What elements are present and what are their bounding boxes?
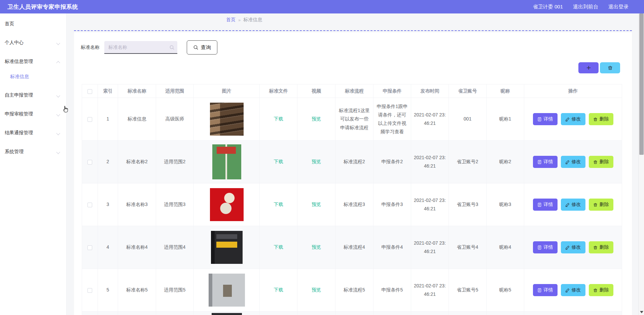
sidebar-item-result-notify-mgmt[interactable]: 结果通报管理 <box>0 125 66 141</box>
delete-button[interactable]: 删除 <box>589 156 613 168</box>
query-button[interactable]: 查询 <box>187 40 217 55</box>
document-icon <box>537 203 542 207</box>
sidebar-item-declare-review-mgmt[interactable]: 申报审核管理 <box>0 106 66 122</box>
col-header: 适用范围 <box>156 84 194 98</box>
select-all-checkbox[interactable] <box>87 89 92 94</box>
sidebar-subitem-standard-info[interactable]: 标准信息 <box>0 69 66 84</box>
col-select <box>82 84 98 98</box>
preview-link[interactable]: 预览 <box>312 116 321 121</box>
detail-button-label: 详情 <box>544 287 553 293</box>
preview-link[interactable]: 预览 <box>312 202 321 207</box>
exit-to-front-link[interactable]: 退出到前台 <box>573 4 598 10</box>
detail-button[interactable]: 详情 <box>533 113 558 125</box>
cell-name <box>118 312 156 315</box>
edit-pencil-icon <box>565 203 570 207</box>
delete-button-label: 删除 <box>600 116 609 122</box>
detail-button-label: 详情 <box>544 244 553 250</box>
preview-link[interactable]: 预览 <box>312 244 321 250</box>
edit-button-label: 修改 <box>572 159 581 165</box>
row-checkbox[interactable] <box>87 203 92 207</box>
cell-nickname: 昵称4 <box>487 226 524 269</box>
row-checkbox[interactable] <box>87 160 92 165</box>
table-row: 1标准信息高级医师下载预览标准流程1这里可以发布一些申请标准流程申报条件1跟申请… <box>82 98 622 141</box>
cell-index: 5 <box>98 269 118 312</box>
row-checkbox[interactable] <box>87 245 92 250</box>
batch-delete-button[interactable] <box>600 62 620 73</box>
chevron-down-icon <box>57 41 60 44</box>
edit-button-label: 修改 <box>572 116 581 122</box>
sidebar-item-home[interactable]: 首页 <box>0 16 66 32</box>
preview-link[interactable]: 预览 <box>312 287 321 292</box>
query-button-label: 查询 <box>201 44 211 51</box>
download-link[interactable]: 下载 <box>274 287 283 292</box>
sidebar-item-label: 个人中心 <box>5 40 24 46</box>
cell-process: 标准流程1这里可以发布一些申请标准流程 <box>335 98 373 141</box>
download-link[interactable]: 下载 <box>274 244 283 250</box>
edit-button[interactable]: 修改 <box>561 199 585 211</box>
edit-button[interactable]: 修改 <box>561 156 585 168</box>
dashed-divider <box>74 30 632 31</box>
detail-button[interactable]: 详情 <box>533 241 558 253</box>
row-checkbox[interactable] <box>87 117 92 122</box>
table-row: 4标准名称4适用范围4下载预览标准流程4申报条件42021-02-07 23:4… <box>82 226 622 269</box>
trash-icon <box>593 117 598 121</box>
sidebar-item-label: 标准信息管理 <box>5 59 33 65</box>
scrollbar-thumb[interactable] <box>639 13 644 155</box>
sidebar-item-system-mgmt[interactable]: 系统管理 <box>0 144 66 160</box>
detail-button-label: 详情 <box>544 202 553 208</box>
sidebar-item-label: 自主申报管理 <box>5 92 33 98</box>
cell-image <box>210 103 244 136</box>
scroll-down-arrow-icon[interactable] <box>640 311 643 313</box>
account-label[interactable]: 省卫计委 001 <box>533 4 563 10</box>
detail-button[interactable]: 详情 <box>533 284 558 296</box>
scrollbar[interactable] <box>638 13 644 315</box>
cell-process: 标准流程4 <box>335 226 373 269</box>
content-card: 标准名称 查询 <box>74 32 632 315</box>
trash-icon <box>593 203 598 207</box>
detail-button[interactable]: 详情 <box>533 199 558 211</box>
cell-name: 标准名称5 <box>118 269 156 312</box>
sidebar-item-personal-center[interactable]: 个人中心 <box>0 35 66 50</box>
breadcrumb: 首页 » 标准信息 <box>226 17 262 23</box>
preview-link[interactable]: 预览 <box>312 159 321 164</box>
delete-button[interactable]: 删除 <box>589 113 613 125</box>
delete-button-label: 删除 <box>600 244 609 250</box>
sidebar-item-label: 结果通报管理 <box>5 130 33 136</box>
cell-image <box>211 231 243 264</box>
edit-button[interactable]: 修改 <box>561 113 585 125</box>
logout-link[interactable]: 退出登录 <box>608 4 629 10</box>
chevron-down-icon <box>57 94 60 97</box>
table-head-row: 索引标准名称适用范围图片标准文件视频标准流程申报条件发布时间省卫账号昵称操作 <box>82 84 622 98</box>
delete-button[interactable]: 删除 <box>589 284 613 296</box>
download-link[interactable]: 下载 <box>274 159 283 164</box>
edit-button-label: 修改 <box>572 202 581 208</box>
sidebar: 首页 个人中心 标准信息管理 标准信息 自主申报管理 申报审核管理 结果通报管理… <box>0 13 67 315</box>
add-button[interactable] <box>578 62 599 73</box>
edit-button[interactable]: 修改 <box>561 241 585 253</box>
main-content: 首页 » 标准信息 标准名称 查询 <box>67 13 638 315</box>
cell-index: 4 <box>98 226 118 269</box>
col-header: 昵称 <box>487 84 524 98</box>
download-link[interactable]: 下载 <box>274 116 283 121</box>
search-input[interactable] <box>104 41 177 53</box>
detail-button[interactable]: 详情 <box>533 156 558 168</box>
delete-button[interactable]: 删除 <box>589 199 613 211</box>
breadcrumb-home[interactable]: 首页 <box>226 17 236 23</box>
col-header: 操作 <box>524 84 622 98</box>
download-link[interactable]: 下载 <box>274 202 283 207</box>
cell-index: 2 <box>98 141 118 183</box>
search-icon <box>169 45 175 50</box>
cell-time: 2021-02-07 23:46:21 <box>411 98 449 141</box>
sidebar-item-self-declare-mgmt[interactable]: 自主申报管理 <box>0 88 66 103</box>
edit-button-label: 修改 <box>572 244 581 250</box>
row-checkbox[interactable] <box>87 288 92 293</box>
col-header: 申报条件 <box>373 84 411 98</box>
col-header: 省卫账号 <box>449 84 487 98</box>
edit-button[interactable]: 修改 <box>561 284 585 296</box>
edit-pencil-icon <box>565 117 570 121</box>
delete-button[interactable]: 删除 <box>589 241 613 253</box>
sidebar-item-standard-info-mgmt[interactable]: 标准信息管理 <box>0 54 66 69</box>
plus-icon <box>586 65 591 70</box>
cell-account <box>449 312 487 315</box>
col-header: 视频 <box>297 84 335 98</box>
